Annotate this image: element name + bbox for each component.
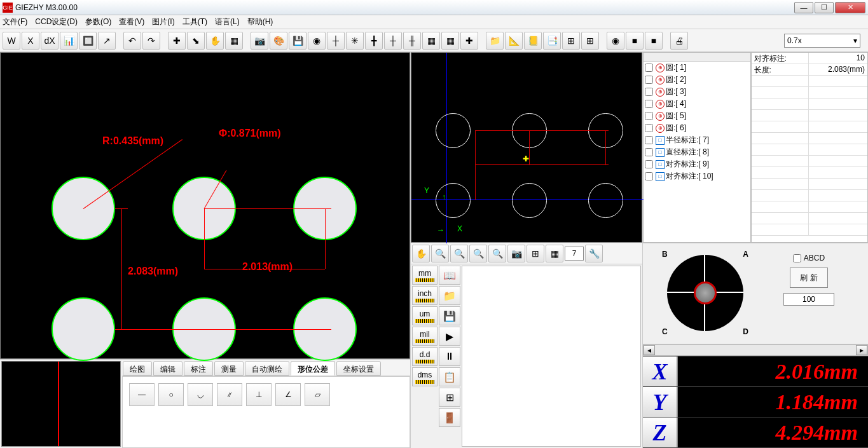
- abcd-checkbox[interactable]: ABCD: [793, 254, 825, 262]
- feature-item[interactable]: ⊕圆:[ 2]: [644, 74, 750, 86]
- toolbar-button[interactable]: 💾: [289, 32, 307, 50]
- feature-item[interactable]: □半径标注:[ 7]: [644, 134, 750, 146]
- tab[interactable]: 自动测绘: [245, 361, 289, 376]
- toolbar-button[interactable]: ↗: [98, 32, 116, 50]
- toolbar-button[interactable]: dX: [41, 32, 59, 50]
- cad-tool-button[interactable]: 🔍: [431, 245, 449, 262]
- unit-button[interactable]: d.d: [412, 347, 437, 366]
- cad-tool-button[interactable]: 🔍: [469, 245, 487, 262]
- joystick-value[interactable]: 100: [783, 293, 834, 306]
- tab[interactable]: 坐标设置: [336, 361, 381, 376]
- shape-button[interactable]: ∠: [275, 383, 301, 406]
- zoom-select[interactable]: 0.7x▾: [784, 34, 860, 48]
- minimize-button[interactable]: —: [794, 2, 813, 13]
- feature-item[interactable]: ⊕圆:[ 5]: [644, 110, 750, 122]
- toolbar-button[interactable]: ✚: [168, 32, 186, 50]
- thumbnail-view[interactable]: [1, 361, 121, 447]
- menu-item[interactable]: 查看(V): [119, 17, 144, 27]
- control-button[interactable]: 🚪: [439, 408, 460, 427]
- toolbar-button[interactable]: 🎨: [270, 32, 287, 50]
- feature-list[interactable]: ⊕圆:[ 1]⊕圆:[ 2]⊕圆:[ 3]⊕圆:[ 4]⊕圆:[ 5]⊕圆:[ …: [643, 52, 751, 243]
- toolbar-button[interactable]: ↶: [123, 32, 141, 50]
- cad-apply-button[interactable]: 🔧: [585, 245, 603, 262]
- feature-item[interactable]: □对齐标注:[ 10]: [644, 170, 750, 182]
- shape-button[interactable]: —: [129, 383, 155, 406]
- property-table[interactable]: 对齐标注:10长度:2.083(mm): [751, 52, 868, 243]
- toolbar-button[interactable]: ▦: [441, 32, 459, 50]
- toolbar-button[interactable]: W: [3, 32, 20, 50]
- tab[interactable]: 形位公差: [291, 361, 335, 376]
- toolbar-button[interactable]: ╋: [365, 32, 383, 50]
- unit-button[interactable]: mil: [412, 327, 437, 346]
- shape-button[interactable]: ◡: [188, 383, 213, 406]
- toolbar-button[interactable]: ✳: [346, 32, 364, 50]
- feature-item[interactable]: ⊕圆:[ 6]: [644, 122, 750, 134]
- joystick-scrollbar[interactable]: ◂▸: [643, 344, 868, 356]
- toolbar-button[interactable]: ┼: [327, 32, 345, 50]
- menu-item[interactable]: 图片(I): [152, 17, 174, 27]
- toolbar-button[interactable]: ◉: [308, 32, 326, 50]
- feature-item[interactable]: ⊕圆:[ 4]: [644, 98, 750, 110]
- toolbar-button[interactable]: 🔲: [79, 32, 97, 50]
- toolbar-button[interactable]: 📷: [251, 32, 268, 50]
- toolbar-button[interactable]: ⬊: [187, 32, 205, 50]
- control-button[interactable]: ⊞: [439, 388, 460, 407]
- cad-view[interactable]: ✚ X Y → ↑: [411, 52, 642, 243]
- feature-item[interactable]: ⊕圆:[ 3]: [644, 86, 750, 98]
- cad-tool-button[interactable]: ✋: [412, 245, 430, 262]
- refresh-button[interactable]: 刷 新: [790, 268, 828, 288]
- shape-button[interactable]: ▱: [305, 383, 330, 406]
- feature-item[interactable]: ⊕圆:[ 1]: [644, 62, 750, 74]
- unit-button[interactable]: mm: [412, 266, 437, 285]
- toolbar-button[interactable]: 📒: [524, 32, 542, 50]
- cad-tool-button[interactable]: 🔍: [450, 245, 468, 262]
- toolbar-button[interactable]: ✚: [460, 32, 478, 50]
- toolbar-button[interactable]: ⊞: [562, 32, 580, 50]
- toolbar-button[interactable]: 📊: [60, 32, 78, 50]
- toolbar-button[interactable]: 📁: [486, 32, 504, 50]
- toolbar-button[interactable]: ◉: [607, 32, 624, 50]
- cad-tool-button[interactable]: ▦: [546, 245, 563, 262]
- control-button[interactable]: 💾: [439, 306, 460, 325]
- cad-input[interactable]: [565, 247, 584, 261]
- maximize-button[interactable]: ☐: [815, 2, 834, 13]
- toolbar-button[interactable]: ⊞: [581, 32, 599, 50]
- cad-tool-button[interactable]: ⊞: [527, 245, 544, 262]
- feature-item[interactable]: □对齐标注:[ 9]: [644, 158, 750, 170]
- shape-button[interactable]: ○: [158, 383, 184, 406]
- cad-tool-button[interactable]: 🔍: [488, 245, 506, 262]
- toolbar-button[interactable]: ■: [626, 32, 644, 50]
- shape-button[interactable]: ⫽: [217, 383, 242, 406]
- toolbar-button[interactable]: 📐: [505, 32, 523, 50]
- tab[interactable]: 编辑: [153, 361, 183, 376]
- unit-button[interactable]: inch: [412, 286, 437, 305]
- close-button[interactable]: ✕: [835, 2, 865, 13]
- feature-item[interactable]: □直径标注:[ 8]: [644, 146, 750, 158]
- control-button[interactable]: ⏸: [439, 347, 460, 366]
- control-button[interactable]: 📖: [439, 266, 460, 285]
- tab[interactable]: 标注: [184, 361, 213, 376]
- menu-item[interactable]: 工具(T): [183, 17, 207, 27]
- control-button[interactable]: ▶: [439, 327, 460, 346]
- shape-button[interactable]: ⊥: [246, 383, 272, 406]
- unit-button[interactable]: um: [412, 306, 437, 325]
- toolbar-button[interactable]: ┼: [384, 32, 402, 50]
- joystick-pad[interactable]: B A C D: [661, 248, 750, 337]
- unit-button[interactable]: dms: [412, 367, 437, 386]
- tab[interactable]: 绘图: [123, 361, 152, 376]
- toolbar-button[interactable]: ▦: [225, 32, 243, 50]
- cad-tool-button[interactable]: 📷: [507, 245, 525, 262]
- menu-item[interactable]: 文件(F): [3, 17, 27, 27]
- camera-view[interactable]: R:0.435(mm) Φ:0.871(mm) 2.083(mm) 2.013(…: [0, 52, 410, 359]
- toolbar-button[interactable]: ↷: [142, 32, 160, 50]
- log-area[interactable]: [462, 266, 641, 447]
- menu-item[interactable]: 参数(O): [85, 17, 111, 27]
- control-button[interactable]: 📋: [439, 367, 460, 386]
- toolbar-button[interactable]: 🖨: [670, 32, 688, 50]
- toolbar-button[interactable]: 📑: [543, 32, 561, 50]
- toolbar-button[interactable]: ▦: [422, 32, 440, 50]
- toolbar-button[interactable]: ■: [645, 32, 663, 50]
- toolbar-button[interactable]: X: [22, 32, 39, 50]
- menu-item[interactable]: 语言(L): [215, 17, 240, 27]
- menu-item[interactable]: CCD设定(D): [35, 17, 78, 27]
